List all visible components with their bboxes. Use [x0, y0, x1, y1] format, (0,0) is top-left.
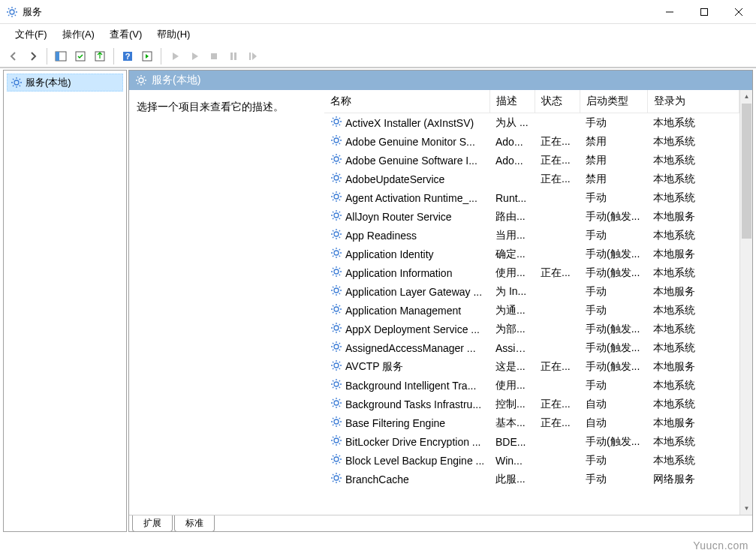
svg-rect-1: [701, 8, 708, 15]
service-desc: 基本...: [489, 413, 535, 432]
service-desc: Runt...: [489, 188, 535, 207]
svg-rect-12: [249, 53, 251, 60]
forward-button[interactable]: [24, 47, 42, 65]
column-startup[interactable]: 启动类型: [580, 90, 647, 113]
service-name: Application Layer Gateway ...: [345, 286, 482, 298]
service-desc: 使用...: [489, 263, 535, 282]
service-row[interactable]: Adobe Genuine Software I...Ado...正在...禁用…: [324, 151, 739, 170]
tab-standard[interactable]: 标准: [174, 515, 215, 532]
column-status[interactable]: 状态: [535, 90, 580, 113]
service-startup: 手动(触发...: [580, 357, 647, 376]
service-status: 正在...: [535, 170, 580, 188]
service-startup: 手动: [580, 226, 647, 245]
service-icon: [330, 134, 342, 149]
service-row[interactable]: Application Layer Gateway ...为 In...手动本地…: [324, 282, 739, 301]
service-row[interactable]: Base Filtering Engine基本...正在...自动本地服务: [324, 413, 739, 432]
menu-help[interactable]: 帮助(H): [149, 25, 197, 44]
service-logon: 本地系统: [647, 338, 739, 357]
service-row[interactable]: Background Tasks Infrastru...控制...正在...自…: [324, 395, 739, 413]
service-status: [535, 188, 580, 207]
services-icon: [135, 74, 147, 86]
service-row[interactable]: AssignedAccessManager ...Assig...手动(触发..…: [324, 338, 739, 357]
service-row[interactable]: Application Identity确定...手动(触发...本地服务: [324, 245, 739, 263]
start-service-alt-button[interactable]: [185, 47, 203, 65]
service-row[interactable]: AllJoyn Router Service路由...手动(触发...本地服务: [324, 207, 739, 226]
service-logon: 本地服务: [647, 245, 739, 263]
service-name: Adobe Genuine Software I...: [345, 155, 477, 167]
service-icon: [330, 116, 342, 130]
service-logon: 本地系统: [647, 132, 739, 151]
service-status: [535, 376, 580, 395]
service-desc: 控制...: [489, 395, 535, 413]
scroll-down-button[interactable]: ▼: [740, 502, 752, 515]
scroll-up-button[interactable]: ▲: [740, 90, 752, 103]
service-row[interactable]: Block Level Backup Engine ...Win...手动本地系…: [324, 451, 739, 470]
service-status: 正在...: [535, 132, 580, 151]
close-button[interactable]: [721, 0, 756, 23]
service-row[interactable]: AppX Deployment Service ...为部...手动(触发...…: [324, 320, 739, 338]
tab-extended[interactable]: 扩展: [132, 515, 173, 532]
service-row[interactable]: AdobeUpdateService正在...禁用本地系统: [324, 170, 739, 188]
help-button[interactable]: ?: [119, 47, 137, 65]
service-icon: [330, 153, 342, 167]
service-desc: 当用...: [489, 226, 535, 245]
service-startup: 手动(触发...: [580, 263, 647, 282]
service-icon: [330, 359, 342, 374]
tree-node-label: 服务(本地): [26, 76, 71, 89]
stop-service-button[interactable]: [205, 47, 223, 65]
vertical-scrollbar[interactable]: ▲ ▼: [739, 90, 752, 515]
minimize-button[interactable]: [652, 0, 687, 23]
service-name: Agent Activation Runtime_...: [345, 192, 477, 204]
service-logon: 本地系统: [647, 263, 739, 282]
service-row[interactable]: App Readiness当用...手动本地系统: [324, 226, 739, 245]
back-button[interactable]: [5, 47, 23, 65]
service-icon: [330, 472, 342, 486]
service-desc: 使用...: [489, 376, 535, 395]
menu-file[interactable]: 文件(F): [8, 25, 55, 44]
service-row[interactable]: Background Intelligent Tra...使用...手动本地系统: [324, 376, 739, 395]
service-icon: [330, 209, 342, 224]
service-startup: 手动(触发...: [580, 432, 647, 451]
pause-service-button[interactable]: [224, 47, 242, 65]
service-logon: 本地服务: [647, 357, 739, 376]
show-hide-tree-button[interactable]: [52, 47, 70, 65]
service-row[interactable]: BranchCache此服...手动网络服务: [324, 470, 739, 488]
service-logon: 本地系统: [647, 395, 739, 413]
service-desc: Ado...: [489, 151, 535, 170]
refresh-button[interactable]: [91, 47, 109, 65]
start-service-button[interactable]: [166, 47, 184, 65]
service-row[interactable]: ActiveX Installer (AxInstSV)为从 ...手动本地系统: [324, 113, 739, 133]
service-logon: 本地系统: [647, 451, 739, 470]
scroll-thumb[interactable]: [742, 104, 751, 239]
service-startup: 禁用: [580, 132, 647, 151]
service-startup: 自动: [580, 413, 647, 432]
service-row[interactable]: AVCTP 服务这是...正在...手动(触发...本地服务: [324, 357, 739, 376]
service-row[interactable]: Application Information使用...正在...手动(触发..…: [324, 263, 739, 282]
menu-action[interactable]: 操作(A): [55, 25, 102, 44]
column-desc[interactable]: 描述: [489, 90, 535, 113]
export-list-button[interactable]: [71, 47, 89, 65]
service-row[interactable]: BitLocker Drive Encryption ...BDE...手动(触…: [324, 432, 739, 451]
service-startup: 手动: [580, 113, 647, 133]
column-name[interactable]: 名称: [324, 90, 489, 113]
service-icon: [330, 397, 342, 411]
service-name: Application Information: [345, 267, 452, 279]
service-name: BitLocker Drive Encryption ...: [345, 436, 481, 448]
restart-service-button[interactable]: [244, 47, 262, 65]
services-icon: [11, 77, 23, 89]
service-logon: 网络服务: [647, 470, 739, 488]
service-row[interactable]: Adobe Genuine Monitor S...Ado...正在...禁用本…: [324, 132, 739, 151]
service-status: [535, 113, 580, 133]
svg-rect-10: [230, 53, 233, 60]
service-row[interactable]: Application Management为通...手动本地系统: [324, 301, 739, 320]
column-logon[interactable]: 登录为: [647, 90, 739, 113]
service-row[interactable]: Agent Activation Runtime_...Runt...手动本地系…: [324, 188, 739, 207]
service-icon: [330, 416, 342, 430]
maximize-button[interactable]: [687, 0, 721, 23]
properties-button[interactable]: [138, 47, 156, 65]
service-name: Application Identity: [345, 248, 434, 260]
service-status: [535, 245, 580, 263]
tree-node-services[interactable]: 服务(本地): [7, 74, 123, 92]
menu-view[interactable]: 查看(V): [102, 25, 149, 44]
service-logon: 本地系统: [647, 151, 739, 170]
